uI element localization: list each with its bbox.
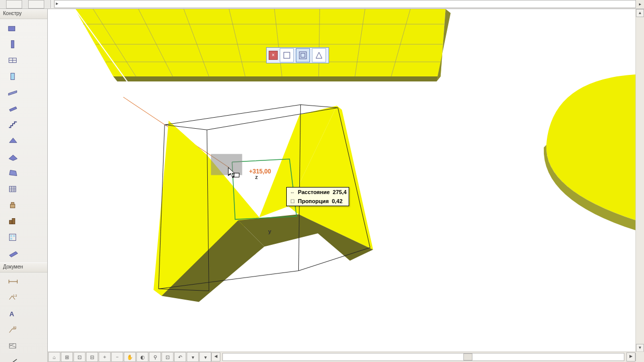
lamp-tool[interactable] <box>3 246 24 261</box>
column-tool[interactable] <box>3 37 24 52</box>
nav-zoom-out-window[interactable]: ⊟ <box>86 352 98 362</box>
nav-fit[interactable]: ⊞ <box>61 352 73 362</box>
svg-text:A: A <box>10 310 14 318</box>
dimension-readout: +315,00 <box>249 168 271 175</box>
nav-explore[interactable]: ⊡ <box>162 352 174 362</box>
separator <box>50 0 52 8</box>
shell-tool[interactable] <box>3 149 24 164</box>
slab-tool[interactable] <box>3 101 24 116</box>
svg-marker-67 <box>75 9 446 76</box>
nav-zoom-window[interactable]: ⊡ <box>73 352 86 362</box>
dimension-tool[interactable] <box>3 274 24 289</box>
stretch-mode-3[interactable] <box>312 48 326 62</box>
group-construct: Констру <box>0 9 47 19</box>
label-tool[interactable]: A1 <box>3 322 24 337</box>
svg-marker-9 <box>9 155 18 160</box>
svg-rect-18 <box>10 220 13 224</box>
stretch-mode-2[interactable] <box>296 48 310 62</box>
svg-marker-7 <box>10 107 17 111</box>
svg-rect-90 <box>211 154 242 175</box>
nav-prev[interactable]: ↶ <box>174 352 186 362</box>
svg-text:1.2: 1.2 <box>13 294 17 297</box>
svg-rect-17 <box>11 203 14 205</box>
stretch-mode-1[interactable] <box>280 48 294 62</box>
stair-tool[interactable] <box>3 117 24 132</box>
nav-orbit[interactable]: ◐ <box>136 352 148 362</box>
toolbox: Констру Докумен 1.2 A A1 <box>0 9 48 362</box>
svg-rect-21 <box>11 235 13 237</box>
svg-line-34 <box>10 359 17 363</box>
fill-tool[interactable] <box>3 338 24 353</box>
wall-tool[interactable] <box>3 21 24 36</box>
curtainwall-tool[interactable] <box>3 230 24 245</box>
vertical-scrollbar[interactable]: ▲ ▼ <box>635 9 644 352</box>
marquee-mode-button[interactable] <box>28 0 44 9</box>
roof-tool[interactable] <box>3 133 24 148</box>
object-tool[interactable] <box>3 198 24 213</box>
zone-tool[interactable] <box>3 214 24 229</box>
nav-walk[interactable]: ⚲ <box>149 352 161 362</box>
svg-rect-96 <box>301 53 305 57</box>
navigator-bar: ⌂ ⊞ ⊡ ⊟ ＋ － ✋ ◐ ⚲ ⊡ ↶ ▾ ▾ ◀ ▶ <box>48 351 644 362</box>
svg-rect-23 <box>11 238 13 240</box>
svg-marker-10 <box>10 170 17 176</box>
svg-rect-22 <box>13 235 15 237</box>
distance-value: 275,4 <box>333 189 347 195</box>
svg-rect-11 <box>10 187 16 192</box>
nav-more-2[interactable]: ▾ <box>199 352 211 362</box>
svg-text:A1: A1 <box>13 326 17 329</box>
level-dim-tool[interactable]: 1.2 <box>3 290 24 305</box>
scroll-up-icon[interactable]: ▲ <box>636 9 644 17</box>
hscroll-right-icon[interactable]: ▶ <box>626 352 635 361</box>
svg-rect-93 <box>234 173 239 177</box>
proportion-label: Пропорция <box>298 198 329 204</box>
svg-rect-1 <box>11 41 14 48</box>
svg-rect-0 <box>9 26 15 31</box>
dropdown-icon[interactable]: ▸ <box>56 1 58 6</box>
svg-rect-95 <box>299 52 306 59</box>
line-tool[interactable] <box>3 354 24 362</box>
svg-marker-97 <box>316 52 322 58</box>
svg-rect-5 <box>11 73 14 80</box>
distance-label: Расстояние <box>298 189 330 195</box>
proportion-value: 0,42 <box>332 198 342 204</box>
axis-z-label: z <box>255 174 258 180</box>
close-icon[interactable]: × <box>269 51 278 60</box>
nav-home[interactable]: ⌂ <box>48 352 60 362</box>
svg-marker-68 <box>113 76 441 81</box>
cursor-mode-button[interactable] <box>6 0 22 9</box>
hscroll-left-icon[interactable]: ◀ <box>211 352 220 361</box>
svg-rect-94 <box>284 52 290 58</box>
distance-icon: ↔ <box>289 189 296 196</box>
tracker-tooltip: ↔ Расстояние 275,4 ☐ Пропорция 0,42 <box>286 187 349 206</box>
mesh-tool[interactable] <box>3 182 24 197</box>
text-tool[interactable]: A <box>3 306 24 321</box>
3d-viewport[interactable]: +315,00 z y × ↔ Расстояние 275,4 ☐ Пропо… <box>48 9 644 352</box>
scene <box>48 9 636 342</box>
beam-tool[interactable] <box>3 85 24 100</box>
group-document: Докумен <box>0 262 47 273</box>
top-options-bar: ▸ ▸ <box>0 0 644 9</box>
svg-rect-19 <box>12 219 15 224</box>
nav-more-1[interactable]: ▾ <box>187 352 199 362</box>
svg-marker-6 <box>9 90 17 95</box>
svg-rect-16 <box>11 204 15 208</box>
pet-palette[interactable]: × <box>266 47 329 63</box>
proportion-icon: ☐ <box>289 198 296 205</box>
morph-tool[interactable] <box>3 165 24 180</box>
nav-pan[interactable]: ✋ <box>124 352 136 362</box>
axis-y-label: y <box>268 228 271 234</box>
horizontal-scrollbar[interactable] <box>222 353 624 361</box>
svg-marker-24 <box>10 251 18 257</box>
info-bar: ▸ <box>54 0 636 8</box>
window-tool[interactable] <box>3 53 24 68</box>
svg-marker-8 <box>10 138 17 143</box>
scroll-right-icon[interactable]: ▸ <box>635 0 644 8</box>
door-tool[interactable] <box>3 69 24 84</box>
nav-zoom-in[interactable]: ＋ <box>99 352 111 362</box>
scroll-down-icon[interactable]: ▼ <box>636 344 644 352</box>
nav-zoom-out[interactable]: － <box>111 352 123 362</box>
corner-grip <box>635 353 644 361</box>
